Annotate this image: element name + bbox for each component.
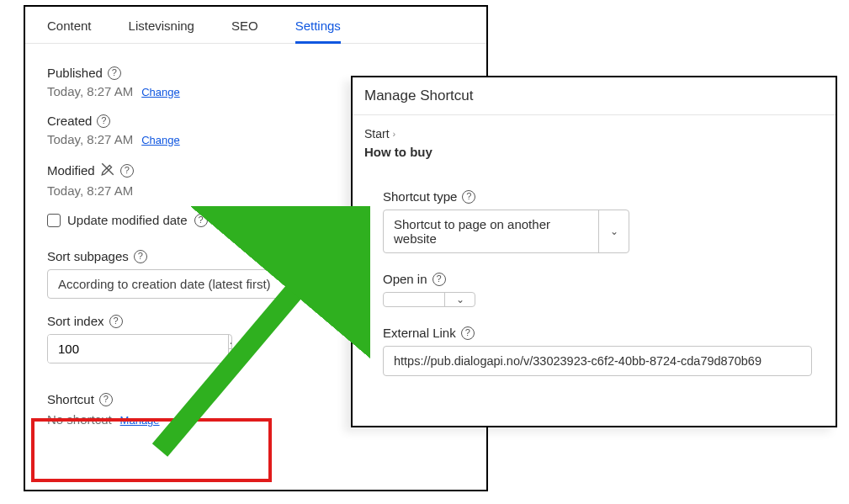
shortcut-status: No shortcut [47, 412, 112, 427]
help-icon[interactable]: ? [97, 114, 110, 128]
update-modified-label: Update modified date [67, 213, 188, 227]
dialog-body: Shortcut type ? Shortcut to page on anot… [353, 159, 836, 376]
number-spinner: ▲ ▼ [228, 335, 232, 363]
sort-index-label: Sort index [47, 314, 104, 328]
help-icon[interactable]: ? [461, 326, 475, 340]
sort-subpages-select[interactable]: According to creation date (latest first… [47, 269, 325, 299]
help-icon[interactable]: ? [462, 190, 475, 204]
external-link-input[interactable] [383, 346, 812, 376]
external-link-label: External Link [383, 326, 456, 340]
help-icon[interactable]: ? [432, 273, 446, 286]
tabs: Content Listevisning SEO Settings [25, 7, 486, 44]
stepper-down-icon[interactable]: ▼ [229, 349, 232, 363]
sort-index-input-wrap: ▲ ▼ [47, 334, 232, 363]
checkbox-icon[interactable] [47, 214, 61, 227]
tab-settings[interactable]: Settings [295, 15, 341, 44]
created-value: Today, 8:27 AM [47, 132, 133, 146]
published-change-link[interactable]: Change [141, 86, 180, 98]
open-in-select[interactable]: ⌄ [383, 292, 475, 307]
published-label: Published [47, 66, 103, 80]
help-icon[interactable]: ? [134, 250, 147, 263]
help-icon[interactable]: ? [108, 66, 121, 80]
sort-subpages-label: Sort subpages [47, 249, 129, 263]
shortcut-type-select[interactable]: Shortcut to page on another website ⌄ [383, 210, 629, 253]
tab-seo[interactable]: SEO [231, 15, 258, 43]
manage-shortcut-dialog: Manage Shortcut Start › How to buy Short… [351, 76, 837, 427]
shortcut-type-label: Shortcut type [383, 189, 457, 204]
dialog-title: Manage Shortcut [353, 77, 836, 115]
shortcut-manage-link[interactable]: Manage [120, 414, 160, 427]
chevron-down-icon: ⌄ [305, 279, 314, 290]
modified-value: Today, 8:27 AM [47, 183, 133, 198]
tab-listevisning[interactable]: Listevisning [129, 15, 194, 43]
created-label: Created [47, 114, 92, 128]
shortcut-type-value: Shortcut to page on another website [384, 210, 598, 252]
open-in-label: Open in [383, 272, 427, 286]
tab-content[interactable]: Content [47, 15, 92, 43]
chevron-down-icon: ⌄ [598, 210, 629, 252]
modified-label: Modified [47, 163, 95, 178]
chevron-right-icon: › [393, 129, 396, 139]
help-icon[interactable]: ? [109, 315, 123, 328]
breadcrumb-current: How to buy [353, 145, 836, 159]
help-icon[interactable]: ? [194, 214, 208, 227]
breadcrumb-start[interactable]: Start [364, 127, 390, 141]
sort-index-input[interactable] [48, 335, 228, 363]
help-icon[interactable]: ? [99, 393, 113, 406]
published-value: Today, 8:27 AM [47, 84, 133, 98]
created-change-link[interactable]: Change [141, 134, 180, 146]
stepper-up-icon[interactable]: ▲ [229, 335, 232, 349]
pencil-slash-icon [100, 162, 115, 179]
chevron-down-icon: ⌄ [444, 293, 475, 306]
help-icon[interactable]: ? [120, 164, 134, 178]
open-in-value [384, 293, 444, 306]
svg-line-0 [102, 163, 114, 175]
sort-subpages-value: According to creation date (latest first… [58, 277, 271, 291]
breadcrumb: Start › [353, 115, 836, 145]
shortcut-label: Shortcut [47, 392, 94, 406]
